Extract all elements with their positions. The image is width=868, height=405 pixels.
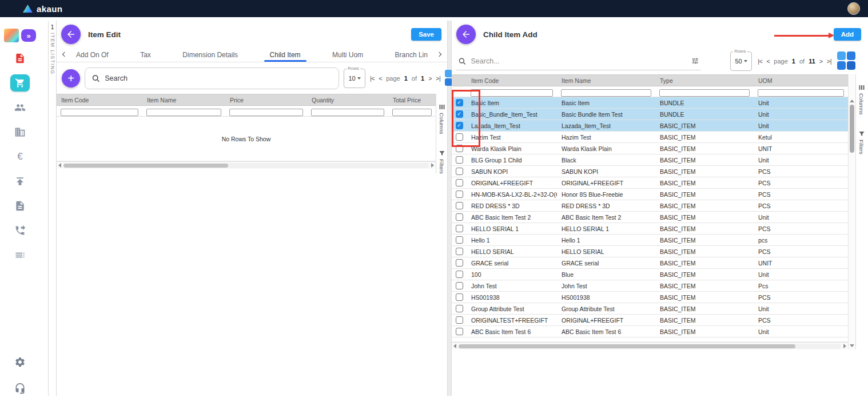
row-checkbox[interactable]: ✓ — [456, 110, 463, 118]
side-tab-columns[interactable]: Columns — [858, 85, 865, 115]
scrollbar-thumb[interactable] — [63, 164, 228, 168]
scroll-right-arrow[interactable] — [843, 344, 846, 348]
sidebar-item-settings[interactable] — [10, 354, 30, 371]
next-page-button[interactable]: > — [819, 58, 823, 65]
table-row[interactable]: Hello 1 Hello 1 BASIC_ITEM pcs — [452, 235, 848, 246]
row-checkbox[interactable]: ✓ — [456, 122, 463, 129]
rows-per-page-select[interactable]: Rows 10 — [344, 69, 365, 88]
tabs-scroll-right[interactable] — [435, 50, 444, 59]
sidebar-item-upload[interactable] — [10, 173, 30, 190]
column-header-quantity[interactable]: Quantity — [307, 97, 388, 104]
tab-child-item[interactable]: Child Item — [269, 47, 302, 62]
scrollbar-thumb[interactable] — [850, 105, 854, 153]
row-checkbox[interactable] — [456, 259, 463, 267]
filter-input-item-code[interactable] — [61, 109, 138, 116]
next-page-button[interactable]: > — [428, 75, 432, 82]
row-checkbox[interactable] — [456, 168, 463, 175]
scroll-up-arrow[interactable] — [850, 100, 854, 102]
filter-input-type[interactable] — [659, 89, 750, 97]
expand-menu-button[interactable]: » — [21, 29, 36, 42]
first-page-button[interactable]: |< — [370, 75, 375, 82]
search-input[interactable] — [471, 57, 686, 65]
column-header-item-name[interactable]: Item Name — [557, 77, 655, 84]
table-row[interactable]: HN-MOB-KSA-LX2-BL-2+32-O(GIF... Honor 8S… — [452, 189, 848, 200]
save-button[interactable]: Save — [411, 28, 441, 41]
filter-input-total-price[interactable] — [392, 109, 432, 116]
row-checkbox[interactable] — [456, 293, 463, 301]
filter-input-price[interactable] — [229, 109, 303, 116]
row-checkbox[interactable] — [456, 156, 463, 164]
filter-input-quantity[interactable] — [311, 109, 384, 116]
vertical-scrollbar[interactable] — [848, 74, 855, 350]
grid-view-button[interactable] — [837, 51, 857, 71]
column-header-uom[interactable]: UOM — [754, 77, 848, 84]
table-row[interactable]: Hazim Test Hazim Test BASIC_ITEM Ketul — [452, 132, 848, 143]
first-page-button[interactable]: |< — [758, 58, 762, 65]
table-row[interactable]: ABC Basic Item Test 2 ABC Basic Item Tes… — [452, 212, 848, 223]
scrollbar-thumb[interactable] — [459, 344, 795, 348]
column-header-price[interactable]: Price — [225, 97, 307, 104]
column-header-item-code[interactable]: Item Code — [467, 77, 557, 84]
row-checkbox[interactable] — [456, 316, 463, 324]
row-checkbox[interactable] — [456, 190, 463, 198]
side-tab-columns[interactable]: Columns — [439, 104, 445, 134]
table-row[interactable]: GRACE serial GRACE serial BASIC_ITEM UNI… — [452, 257, 848, 269]
row-checkbox[interactable]: ✓ — [456, 99, 463, 106]
tab-tax[interactable]: Tax — [139, 47, 152, 62]
row-checkbox[interactable] — [456, 202, 463, 209]
sidebar-item-finance[interactable]: € — [10, 148, 30, 165]
sidebar-item-organization[interactable] — [10, 124, 30, 141]
row-checkbox[interactable] — [456, 271, 463, 278]
table-row[interactable]: RED DRESS * 3D RED DRESS * 3D BASIC_ITEM… — [452, 200, 848, 212]
table-row[interactable]: 100 Blue BASIC_ITEM Unit — [452, 269, 848, 280]
row-checkbox[interactable] — [456, 305, 463, 312]
sidebar-item-calls[interactable] — [10, 222, 30, 239]
sidebar-item-red-module[interactable] — [10, 50, 30, 67]
collapsed-panel-tab[interactable]: 1 ITEM LISTING — [48, 21, 57, 396]
filter-input-item-name[interactable] — [146, 109, 221, 116]
column-header-total-price[interactable]: Total Price — [388, 97, 436, 104]
child-item-search[interactable] — [85, 68, 339, 89]
scroll-left-arrow[interactable] — [453, 344, 456, 348]
add-row-button[interactable]: + — [62, 69, 80, 88]
table-row[interactable]: BLG Group 1 Child Black BASIC_ITEM Unit — [452, 154, 848, 166]
filter-input-uom[interactable] — [758, 89, 844, 97]
rows-per-page-select[interactable]: Rows 50 — [730, 51, 752, 71]
table-row[interactable]: SABUN KOPI SABUN KOPI BASIC_ITEM PCS — [452, 166, 848, 177]
row-checkbox[interactable] — [456, 236, 463, 244]
table-row[interactable]: ✓ Lazada_Item_Test Lazada_Item_Test BASI… — [452, 120, 848, 132]
row-checkbox[interactable] — [456, 328, 463, 335]
side-tab-filters[interactable]: Filters — [439, 150, 445, 174]
row-checkbox[interactable] — [456, 145, 463, 152]
child-item-add-search[interactable] — [456, 52, 701, 70]
tab-add-on-of[interactable]: Add On Of — [75, 47, 110, 62]
add-button[interactable]: Add — [834, 28, 861, 41]
table-row[interactable]: HS001938 HS001938 BASIC_ITEM PCS — [452, 292, 848, 303]
row-checkbox[interactable] — [456, 225, 463, 232]
sidebar-item-support[interactable] — [10, 380, 30, 397]
prev-page-button[interactable]: < — [766, 58, 770, 65]
table-row[interactable]: ORIGINAL+FREEGIFT ORIGINAL+FREEGIFT BASI… — [452, 177, 848, 189]
table-row[interactable]: ✓ Basic Item Basic Item BUNDLE Unit — [452, 97, 848, 109]
user-avatar[interactable] — [847, 2, 860, 15]
horizontal-scrollbar[interactable] — [452, 342, 848, 350]
horizontal-scrollbar[interactable] — [57, 161, 436, 169]
sidebar-item-item-listing[interactable] — [10, 247, 30, 264]
tab-branch-link[interactable]: Branch Lin — [394, 47, 429, 62]
prev-page-button[interactable]: < — [379, 75, 382, 82]
table-row[interactable]: HELLO SERIAL HELLO SERIAL BASIC_ITEM PCS — [452, 246, 848, 257]
row-checkbox[interactable] — [456, 179, 463, 186]
side-tab-filters[interactable]: Filters — [858, 131, 865, 154]
profile-thumbnail[interactable] — [4, 29, 19, 42]
row-checkbox[interactable] — [456, 282, 463, 289]
filter-input-item-name[interactable] — [561, 89, 651, 97]
sidebar-item-pos-cart[interactable] — [10, 74, 30, 92]
column-header-item-name[interactable]: Item Name — [142, 97, 225, 104]
table-row[interactable]: John Test John Test BASIC_ITEM Pcs — [452, 280, 848, 292]
sidebar-item-contacts[interactable] — [10, 99, 30, 116]
filter-tune-icon[interactable] — [691, 57, 699, 65]
tab-multi-uom[interactable]: Multi Uom — [331, 47, 364, 62]
row-checkbox[interactable] — [456, 248, 463, 255]
search-input[interactable] — [105, 74, 332, 82]
row-checkbox[interactable] — [456, 133, 463, 141]
